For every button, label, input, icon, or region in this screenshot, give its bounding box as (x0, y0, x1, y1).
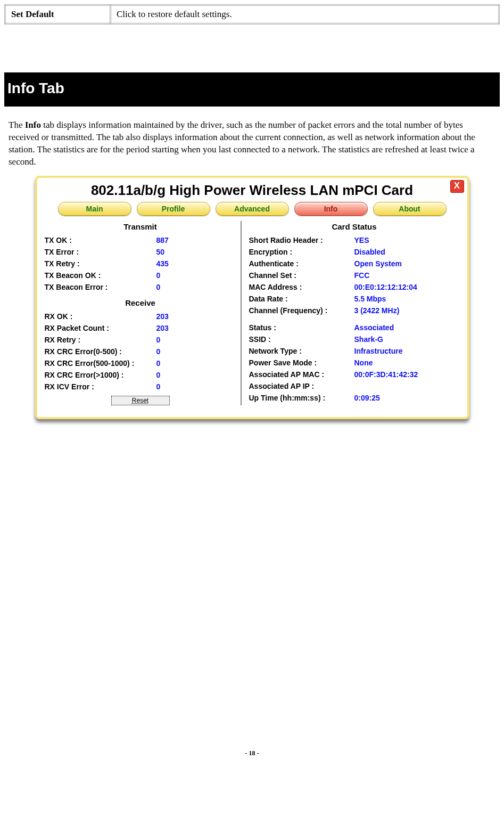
value-mac-address: 00:E0:12:12:12:04 (354, 281, 417, 293)
value-tx-beacon-ok: 0 (156, 270, 161, 281)
value-rx-ok: 203 (156, 311, 169, 322)
value-rx-crc-gt-1000: 0 (156, 369, 161, 381)
value-channel-frequency: 3 (2422 MHz) (354, 305, 400, 316)
label-channel-set: Channel Set : (249, 270, 354, 281)
intro-before: The (9, 120, 25, 130)
section-title: Info Tab (4, 72, 500, 107)
row-status: Status :Associated (249, 322, 460, 333)
row-rx-crc-0-500: RX CRC Error(0-500) :0 (45, 346, 236, 357)
tab-main[interactable]: Main (58, 202, 131, 216)
row-tx-retry: TX Retry :435 (45, 258, 236, 270)
value-channel-set: FCC (354, 270, 370, 281)
value-authenticate: Open System (354, 258, 402, 270)
value-tx-beacon-error: 0 (156, 281, 161, 293)
row-channel-set: Channel Set :FCC (249, 270, 460, 281)
value-rx-icv-error: 0 (156, 381, 161, 393)
card-status-head: Card Status (249, 222, 460, 231)
value-power-save-mode: None (354, 357, 373, 369)
value-tx-retry: 435 (156, 258, 169, 270)
label-status: Status : (249, 322, 354, 333)
value-tx-error: 50 (156, 246, 165, 258)
label-channel-frequency: Channel (Frequency) : (249, 305, 354, 316)
app-window: X 802.11a/b/g High Power Wireless LAN mP… (35, 176, 469, 419)
intro-after: tab displays information maintained by t… (9, 120, 475, 167)
value-associated-ap-mac: 00:0F:3D:41:42:32 (354, 369, 418, 380)
tab-about[interactable]: About (373, 202, 447, 216)
label-rx-crc-500-1000: RX CRC Error(500-1000) : (45, 357, 156, 369)
label-rx-retry: RX Retry : (45, 334, 156, 346)
row-rx-crc-gt-1000: RX CRC Error(>1000) :0 (45, 369, 236, 381)
value-data-rate: 5.5 Mbps (354, 293, 386, 305)
row-tx-beacon-ok: TX Beacon OK :0 (45, 270, 236, 281)
label-rx-crc-0-500: RX CRC Error(0-500) : (45, 346, 156, 357)
row-short-radio-header: Short Radio Header :YES (249, 234, 460, 246)
row-associated-ap-ip: Associated AP IP : (249, 380, 460, 392)
app-title: 802.11a/b/g High Power Wireless LAN mPCI… (43, 180, 462, 202)
label-power-save-mode: Power Save Mode : (249, 357, 354, 369)
row-network-type: Network Type :Infrastructure (249, 345, 460, 357)
value-rx-crc-0-500: 0 (156, 346, 161, 357)
row-rx-packet-count: RX Packet Count :203 (45, 322, 236, 334)
tab-bar: Main Profile Advanced Info About (43, 202, 462, 216)
label-encryption: Encryption : (249, 246, 354, 258)
intro-paragraph: The Info tab displays information mainta… (9, 119, 495, 168)
label-tx-error: TX Error : (45, 246, 156, 258)
label-mac-address: MAC Address : (249, 281, 354, 293)
value-rx-packet-count: 203 (156, 322, 169, 334)
param-table: Set Default Click to restore default set… (4, 4, 500, 25)
row-rx-icv-error: RX ICV Error :0 (45, 381, 236, 393)
right-pane: Card Status Short Radio Header :YES Encr… (241, 221, 462, 405)
label-tx-ok: TX OK : (45, 234, 156, 246)
tab-advanced[interactable]: Advanced (216, 202, 289, 216)
label-data-rate: Data Rate : (249, 293, 354, 305)
page-number: - 18 - (4, 749, 500, 757)
value-encryption: Disabled (354, 246, 385, 258)
label-associated-ap-mac: Associated AP MAC : (249, 369, 354, 380)
tab-profile[interactable]: Profile (137, 202, 210, 216)
label-tx-retry: TX Retry : (45, 258, 156, 270)
row-ssid: SSID :Shark-G (249, 333, 460, 345)
row-power-save-mode: Power Save Mode :None (249, 357, 460, 369)
value-status: Associated (354, 322, 394, 333)
label-tx-beacon-ok: TX Beacon OK : (45, 270, 156, 281)
row-rx-crc-500-1000: RX CRC Error(500-1000) :0 (45, 357, 236, 369)
row-channel-frequency: Channel (Frequency) :3 (2422 MHz) (249, 305, 460, 316)
label-associated-ap-ip: Associated AP IP : (249, 380, 354, 392)
label-rx-icv-error: RX ICV Error : (45, 381, 156, 393)
row-rx-retry: RX Retry :0 (45, 334, 236, 346)
row-tx-beacon-error: TX Beacon Error :0 (45, 281, 236, 293)
label-tx-beacon-error: TX Beacon Error : (45, 281, 156, 293)
left-pane: Transmit TX OK :887 TX Error :50 TX Retr… (43, 221, 241, 405)
row-authenticate: Authenticate :Open System (249, 258, 460, 270)
param-desc: Click to restore default settings. (111, 5, 499, 24)
row-rx-ok: RX OK :203 (45, 311, 236, 322)
label-up-time: Up Time (hh:mm:ss) : (249, 392, 354, 404)
label-network-type: Network Type : (249, 345, 354, 357)
row-associated-ap-mac: Associated AP MAC :00:0F:3D:41:42:32 (249, 369, 460, 380)
row-tx-ok: TX OK :887 (45, 234, 236, 246)
row-up-time: Up Time (hh:mm:ss) :0:09:25 (249, 392, 460, 404)
row-mac-address: MAC Address :00:E0:12:12:12:04 (249, 281, 460, 293)
transmit-head: Transmit (45, 222, 236, 231)
value-tx-ok: 887 (156, 234, 169, 246)
value-network-type: Infrastructure (354, 345, 403, 357)
value-short-radio-header: YES (354, 234, 369, 246)
value-ssid: Shark-G (354, 333, 383, 345)
row-encryption: Encryption :Disabled (249, 246, 460, 258)
label-ssid: SSID : (249, 333, 354, 345)
label-rx-ok: RX OK : (45, 311, 156, 322)
intro-bold: Info (25, 120, 41, 130)
label-rx-packet-count: RX Packet Count : (45, 322, 156, 334)
label-rx-crc-gt-1000: RX CRC Error(>1000) : (45, 369, 156, 381)
receive-head: Receive (45, 298, 236, 307)
value-rx-crc-500-1000: 0 (156, 357, 161, 369)
close-icon[interactable]: X (450, 180, 464, 193)
label-short-radio-header: Short Radio Header : (249, 234, 354, 246)
value-up-time: 0:09:25 (354, 392, 380, 404)
tab-info[interactable]: Info (294, 202, 368, 216)
row-tx-error: TX Error :50 (45, 246, 236, 258)
reset-button[interactable]: Reset (111, 396, 170, 405)
row-data-rate: Data Rate :5.5 Mbps (249, 293, 460, 305)
label-authenticate: Authenticate : (249, 258, 354, 270)
value-rx-retry: 0 (156, 334, 161, 346)
